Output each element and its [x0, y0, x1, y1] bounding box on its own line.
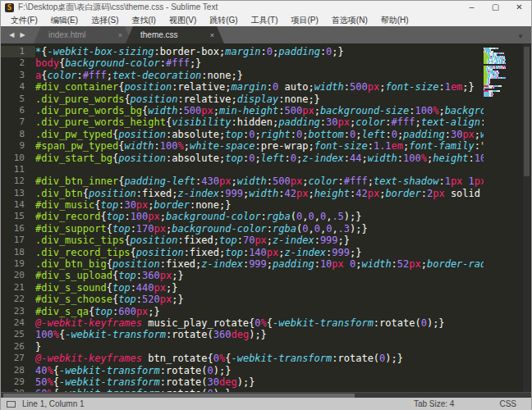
code-line-10: 10#div_start_bg{position:absolute;top:0;… [1, 153, 484, 164]
code-line-9: 9#span_pw_typed{width:100%;white-space:p… [1, 140, 484, 152]
line-code: #div_s_qa{top:600px;} [35, 306, 160, 317]
line-code: *{-webkit-box-sizing:border-box;margin:0… [35, 46, 344, 57]
line-number: 7 [1, 116, 35, 128]
tab-scroll-left-icon[interactable]: ◀ [9, 31, 14, 39]
line-number: 11 [1, 164, 35, 175]
code-lines: 1*{-webkit-box-sizing:border-box;margin:… [1, 46, 484, 392]
minimap[interactable] [484, 48, 506, 97]
line-code: @-webkit-keyframes music_play_rotate{0%{… [35, 317, 445, 329]
vertical-scrollbar-thumb[interactable] [524, 47, 530, 176]
code-line-29: 2950%{-webkit-transform:rotate(30deg);} [1, 376, 484, 388]
line-code: .div_pure_words{position:relative;displa… [35, 93, 320, 105]
line-code: } [35, 341, 41, 353]
menu-item-6[interactable]: 工具(T) [245, 15, 285, 26]
line-number: 14 [1, 199, 35, 211]
line-number: 2 [1, 57, 35, 69]
line-number: 15 [1, 211, 35, 222]
tab-theme-css[interactable]: theme.css× [126, 26, 224, 43]
line-code: #div_music{top:30px;border:none;} [35, 199, 232, 211]
title-bar: S F:\Desktop桌面\表白源码\css\theme.css - Subl… [1, 1, 531, 14]
code-line-21: 21#div_s_sound{top:440px;} [1, 282, 484, 294]
vertical-scrollbar[interactable] [523, 43, 530, 392]
code-line-8: 8.div_pw_typed{position:absolute;top:0;r… [1, 129, 484, 140]
tab-index-html[interactable]: index.html× [34, 26, 132, 43]
line-code: #div_container{position:relative;margin:… [35, 81, 475, 93]
tab-size-indicator[interactable]: Tab Size: 4 [414, 399, 454, 408]
code-line-13: 13.div_btn{position:fixed;z-index:999;wi… [1, 188, 484, 199]
tab-close-icon[interactable]: × [210, 31, 214, 39]
sublime-app-icon: S [5, 3, 14, 12]
line-code: #div_btn_inner{padding-left:430px;width:… [35, 175, 484, 187]
code-line-26: 26} [1, 341, 484, 353]
code-line-5: 5.div_pure_words{position:relative;displ… [1, 93, 484, 105]
close-button[interactable]: ✕ [507, 1, 531, 14]
line-number: 1 [1, 46, 35, 57]
line-code: a{color:#fff;text-decoration:none;} [35, 70, 243, 81]
window-controls: –▢✕ [460, 1, 531, 14]
code-line-17: 17.div_music_tips{position:fixed;top:70p… [1, 235, 484, 246]
tabs-container: index.html×theme.css× [34, 26, 218, 43]
code-line-11: 11 [1, 164, 484, 175]
status-bar: Line 1, Column 1 Tab Size: 4 CSS [1, 398, 531, 410]
line-number: 5 [1, 93, 35, 105]
code-line-16: 16#div_support{top:170px;background-colo… [1, 223, 484, 235]
code-line-22: 22#div_s_choose{top:520px;} [1, 294, 484, 305]
code-line-2: 2body{background-color:#fff;} [1, 57, 484, 69]
minimize-button[interactable]: – [460, 1, 484, 14]
maximize-button[interactable]: ▢ [484, 1, 507, 14]
code-line-12: 12#div_btn_inner{padding-left:430px;widt… [1, 175, 484, 187]
code-line-28: 2840%{-webkit-transform:rotate(0);} [1, 365, 484, 376]
menu-bar: 文件(F)编辑(E)选择(S)查找(I)视图(V)跳转(G)工具(T)项目(P)… [1, 14, 531, 26]
line-number: 9 [1, 140, 35, 152]
line-number: 13 [1, 188, 35, 199]
line-code: .div_pure_words_height{visibility:hidden… [35, 116, 484, 128]
tab-label: theme.css [140, 30, 178, 39]
menu-item-0[interactable]: 文件(F) [4, 15, 44, 26]
code-line-3: 3a{color:#fff;text-decoration:none;} [1, 70, 484, 81]
line-code: #div_start_bg{position:absolute;top:0;le… [35, 153, 484, 164]
line-code: body{background-color:#fff;} [35, 57, 201, 69]
menu-item-4[interactable]: 视图(V) [163, 15, 203, 26]
code-line-1: 1*{-webkit-box-sizing:border-box;margin:… [1, 46, 484, 57]
line-number: 20 [1, 270, 35, 281]
status-doc-icon[interactable] [7, 401, 16, 408]
menu-item-2[interactable]: 选择(S) [85, 15, 125, 26]
code-line-15: 15#div_record{top:100px;background-color… [1, 211, 484, 222]
line-code: .div_pure_words_bg{width:500px;min-heigh… [35, 105, 484, 116]
tab-close-icon[interactable]: × [118, 31, 122, 39]
window-title: F:\Desktop桌面\表白源码\css\theme.css - Sublim… [18, 2, 218, 13]
line-code: .div_pw_typed{position:absolute;top:0;ri… [35, 129, 484, 140]
line-number: 29 [1, 376, 35, 388]
line-number: 25 [1, 329, 35, 340]
line-code: .div_record_tips{position:fixed;top:140p… [35, 247, 361, 258]
code-editor[interactable]: 1*{-webkit-box-sizing:border-box;margin:… [1, 43, 531, 392]
menu-item-1[interactable]: 编辑(E) [44, 15, 85, 26]
line-code: .div_btn{position:fixed;z-index:999;widt… [35, 188, 484, 199]
tab-scroll-right-icon[interactable]: ▶ [21, 31, 25, 39]
code-line-23: 23#div_s_qa{top:600px;} [1, 306, 484, 317]
line-code: 100%{-webkit-transform:rotate(360deg);} [35, 329, 267, 340]
menu-item-9[interactable]: 帮助(H) [374, 15, 415, 26]
line-number: 24 [1, 317, 35, 329]
line-code: #div_s_choose{top:520px;} [35, 294, 184, 305]
tab-label: index.html [48, 30, 86, 39]
line-number: 21 [1, 282, 35, 294]
horizontal-scrollbar[interactable] [1, 392, 531, 398]
menu-item-3[interactable]: 查找(I) [125, 15, 162, 26]
line-number: 4 [1, 81, 35, 93]
line-number: 19 [1, 258, 35, 270]
menu-item-8[interactable]: 首选项(N) [325, 15, 374, 26]
line-number: 3 [1, 70, 35, 81]
tab-list-dropdown-icon[interactable]: ▼ [517, 33, 524, 40]
line-number: 22 [1, 294, 35, 305]
syntax-mode-indicator[interactable]: CSS [499, 399, 516, 408]
line-code: .div_btn_big{position:fixed;z-index:999;… [35, 258, 484, 270]
line-number: 6 [1, 105, 35, 116]
line-number: 8 [1, 129, 35, 140]
menu-item-7[interactable]: 项目(P) [285, 15, 325, 26]
cursor-position-label: Line 1, Column 1 [22, 399, 85, 408]
code-line-18: 18.div_record_tips{position:fixed;top:14… [1, 247, 484, 258]
line-code: #div_s_sound{top:440px;} [35, 282, 177, 294]
menu-item-5[interactable]: 跳转(G) [203, 15, 244, 26]
line-code: #span_pw_typed{width:100%;white-space:pr… [35, 140, 484, 152]
